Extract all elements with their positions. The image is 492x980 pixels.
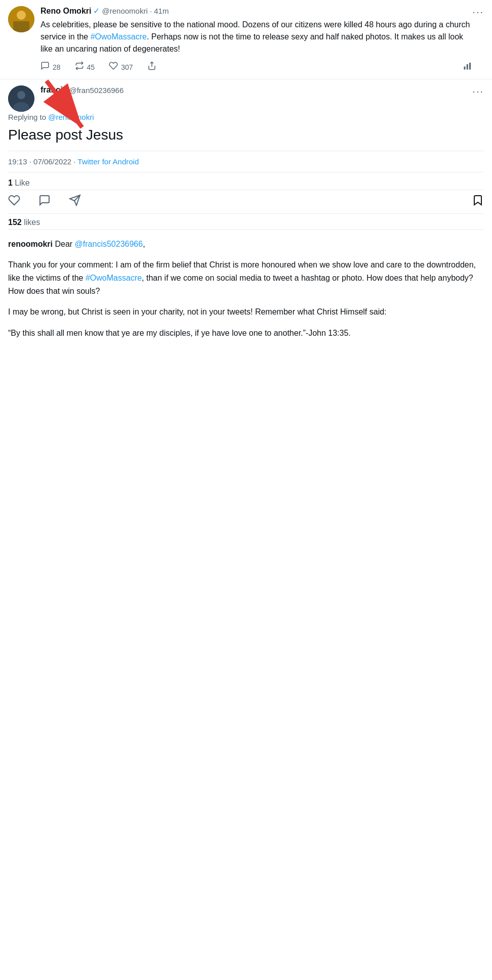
comment-bottom-icon[interactable] (38, 194, 51, 209)
like-action[interactable]: 307 (109, 61, 133, 73)
tweet-1-username-time: @renoomokri · 41m (102, 7, 169, 15)
tweet-1-header: Reno Omokri ✓ @renoomokri · 41m As celeb… (8, 6, 472, 73)
svg-rect-6 (464, 67, 466, 70)
analytics-icon (463, 61, 472, 73)
avatar-francis-wrapper (8, 85, 34, 112)
avatar-francis[interactable] (8, 85, 34, 112)
tweet-1-user-section: Reno Omokri ✓ @renoomokri · 41m As celeb… (40, 6, 472, 73)
tweet-2-user-section: francis @fran50236966 (40, 85, 472, 95)
tweet-2-container: francis @fran50236966 ··· Replying to @r… (0, 79, 492, 339)
svg-rect-3 (13, 21, 29, 32)
tweet-1-actions: 28 45 307 (40, 61, 472, 73)
tweet-1-display-name: Reno Omokri (40, 7, 91, 16)
tweet-1-user-info: Reno Omokri ✓ @renoomokri · 41m (40, 6, 472, 16)
bottom-actions (8, 190, 484, 214)
tweet-2-header-row: francis @fran50236966 ··· (8, 85, 484, 112)
reply-icon (40, 61, 50, 73)
tweet-1-text: As celebrities, please be sensitive to t… (40, 19, 472, 55)
retweet-action[interactable]: 45 (75, 61, 95, 73)
platform-link[interactable]: Twitter for Android (77, 157, 139, 166)
tweet-2-display-name: francis (40, 85, 67, 95)
likes-count-section: 1 Like (8, 172, 484, 190)
like-bottom-icon[interactable] (8, 194, 20, 209)
tweet-2-header-left: francis @fran50236966 (8, 85, 472, 112)
reply-p1: Thank you for your comment: I am of the … (8, 258, 484, 297)
tweet-1: Reno Omokri ✓ @renoomokri · 41m As celeb… (0, 0, 492, 79)
main-tweet-text: Please post Jesus (8, 125, 484, 145)
avatar-reno[interactable] (8, 6, 34, 32)
share-bottom-icon[interactable] (69, 194, 81, 209)
upload-action[interactable] (147, 61, 156, 73)
reply-p3: “By this shall all men know that ye are … (8, 327, 484, 340)
share-icon (147, 61, 156, 73)
tweet-meta: 19:13 · 07/06/2022 · Twitter for Android (8, 151, 484, 172)
reply-content: renoomokri Dear @francis50236966, Thank … (8, 230, 484, 340)
svg-rect-8 (469, 63, 471, 70)
svg-rect-7 (467, 64, 468, 70)
reply-author: renoomokri (8, 240, 53, 248)
likes-large-count: 152 likes (8, 214, 484, 230)
hashtag-owo-massacre-1[interactable]: #OwoMassacre (91, 32, 147, 41)
replying-to: Replying to @renoomokri (8, 113, 484, 121)
tweet-2-more-button[interactable]: ··· (472, 85, 484, 97)
tweet-2-username: @fran50236966 (69, 86, 124, 95)
reply-action[interactable]: 28 (40, 61, 61, 73)
tweet-2-user-info: francis @fran50236966 (40, 85, 472, 95)
reply-mention[interactable]: @francis50236966 (75, 240, 143, 248)
verified-icon: ✓ (93, 6, 100, 16)
replying-to-link[interactable]: @renoomokri (48, 113, 94, 121)
bookmark-bottom-icon[interactable] (472, 194, 484, 209)
analytics-action[interactable] (463, 61, 472, 73)
reply-p2: I may be wrong, but Christ is seen in yo… (8, 305, 484, 319)
tweet-1-more-button[interactable]: ··· (472, 6, 484, 18)
svg-point-10 (17, 91, 25, 99)
svg-point-4 (17, 11, 26, 20)
reply-intro: renoomokri Dear @francis50236966, (8, 238, 484, 251)
like-icon (109, 61, 118, 73)
hashtag-owo-massacre-reply[interactable]: #OwoMassacre (86, 274, 142, 282)
retweet-icon (75, 61, 84, 73)
